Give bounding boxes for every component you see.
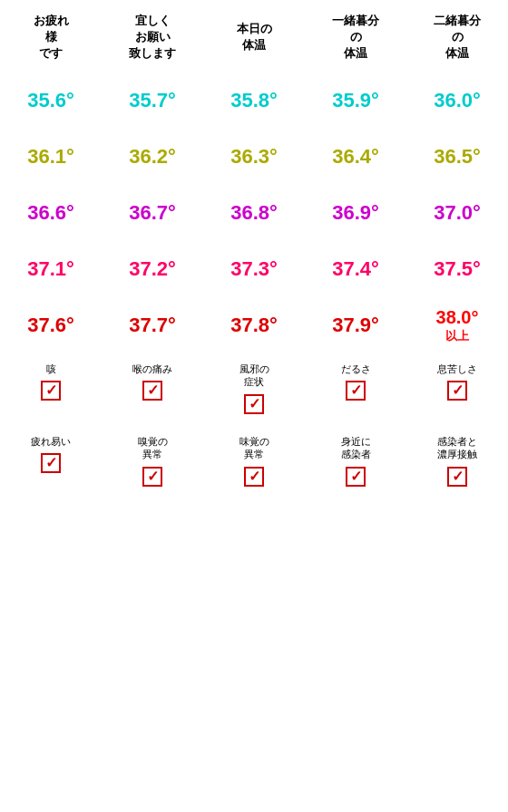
temp-38-0: 38.0° 以上 xyxy=(406,297,508,353)
temp-35-9: 35.9° xyxy=(305,72,406,129)
temp-37-8: 37.8° xyxy=(203,297,305,353)
symptom-taste[interactable]: 味覚の異常 ✓ xyxy=(203,426,305,498)
symptom-breathless[interactable]: 息苦しさ ✓ xyxy=(406,353,508,426)
temp-36-6: 36.6° xyxy=(0,185,102,241)
temp-36-2: 36.2° xyxy=(102,129,203,185)
symptom-fatigue-checkbox[interactable]: ✓ xyxy=(346,381,366,401)
main-grid: お疲れ様です 宜しくお願い致します 本日の体温 一緒暮分の体温 二緒暮分の体温 … xyxy=(0,0,508,498)
symptom-close-contact[interactable]: 感染者と濃厚接触 ✓ xyxy=(406,426,508,498)
symptom-taste-checkbox[interactable]: ✓ xyxy=(244,467,264,487)
temp-37-5: 37.5° xyxy=(406,241,508,297)
temp-37-0: 37.0° xyxy=(406,185,508,241)
symptom-tired-checkbox[interactable]: ✓ xyxy=(41,453,61,473)
temp-37-1: 37.1° xyxy=(0,241,102,297)
temp-36-3: 36.3° xyxy=(203,129,305,185)
symptom-cold[interactable]: 風邪の症状 ✓ xyxy=(203,353,305,426)
checkmark-icon: ✓ xyxy=(45,383,57,398)
symptom-fatigue-label: だるさ xyxy=(341,362,371,375)
symptom-close-contact-label: 感染者と濃厚接触 xyxy=(437,435,477,461)
header-4: 一緒暮分の体温 xyxy=(305,0,406,72)
checkmark-icon-9: ✓ xyxy=(350,469,362,484)
symptom-cough[interactable]: 咳 ✓ xyxy=(0,353,102,426)
symptom-smell-label: 嗅覚の異常 xyxy=(138,435,168,461)
symptom-close-contact-checkbox[interactable]: ✓ xyxy=(447,467,467,487)
symptom-breathless-checkbox[interactable]: ✓ xyxy=(447,381,467,401)
temp-36-9: 36.9° xyxy=(305,185,406,241)
temp-36-0: 36.0° xyxy=(406,72,508,129)
symptom-tired-label: 疲れ易い xyxy=(31,435,71,448)
symptom-cough-checkbox[interactable]: ✓ xyxy=(41,381,61,401)
checkmark-icon-8: ✓ xyxy=(249,469,260,484)
symptom-throat-pain-checkbox[interactable]: ✓ xyxy=(142,381,162,401)
header-2: 宜しくお願い致します xyxy=(102,0,203,72)
temp-36-4: 36.4° xyxy=(305,129,406,185)
temp-35-8: 35.8° xyxy=(203,72,305,129)
temp-38-label: 以上 xyxy=(445,328,469,344)
symptom-throat-pain[interactable]: 喉の痛み ✓ xyxy=(102,353,203,426)
header-5: 二緒暮分の体温 xyxy=(406,0,508,72)
temp-38-value: 38.0° xyxy=(436,307,479,328)
symptom-smell[interactable]: 嗅覚の異常 ✓ xyxy=(102,426,203,498)
symptom-smell-checkbox[interactable]: ✓ xyxy=(142,467,162,487)
header-3: 本日の体温 xyxy=(203,0,305,72)
temp-37-3: 37.3° xyxy=(203,241,305,297)
temp-35-7: 35.7° xyxy=(102,72,203,129)
temp-37-6: 37.6° xyxy=(0,297,102,353)
symptom-fatigue[interactable]: だるさ ✓ xyxy=(305,353,406,426)
temp-37-2: 37.2° xyxy=(102,241,203,297)
checkmark-icon-6: ✓ xyxy=(45,456,57,470)
temp-37-9: 37.9° xyxy=(305,297,406,353)
symptom-cough-label: 咳 xyxy=(46,362,56,375)
symptom-nearby-infected-checkbox[interactable]: ✓ xyxy=(346,467,366,487)
checkmark-icon-5: ✓ xyxy=(452,383,464,398)
symptom-breathless-label: 息苦しさ xyxy=(437,362,477,375)
checkmark-icon-4: ✓ xyxy=(350,383,362,398)
symptom-throat-pain-label: 喉の痛み xyxy=(132,362,172,375)
temp-36-8: 36.8° xyxy=(203,185,305,241)
checkmark-icon-10: ✓ xyxy=(452,469,464,484)
temp-37-4: 37.4° xyxy=(305,241,406,297)
symptom-nearby-infected-label: 身近に感染者 xyxy=(341,435,371,461)
checkmark-icon-7: ✓ xyxy=(147,469,159,484)
symptom-taste-label: 味覚の異常 xyxy=(239,435,269,461)
temp-36-1: 36.1° xyxy=(0,129,102,185)
temp-36-7: 36.7° xyxy=(102,185,203,241)
checkmark-icon-2: ✓ xyxy=(147,383,159,398)
temp-35-6: 35.6° xyxy=(0,72,102,129)
symptom-tired[interactable]: 疲れ易い ✓ xyxy=(0,426,102,498)
checkmark-icon-3: ✓ xyxy=(249,397,260,411)
header-1: お疲れ様です xyxy=(0,0,102,72)
symptom-nearby-infected[interactable]: 身近に感染者 ✓ xyxy=(305,426,406,498)
temp-36-5: 36.5° xyxy=(406,129,508,185)
symptom-cold-label: 風邪の症状 xyxy=(239,362,269,389)
temp-37-7: 37.7° xyxy=(102,297,203,353)
symptom-cold-checkbox[interactable]: ✓ xyxy=(244,394,264,414)
